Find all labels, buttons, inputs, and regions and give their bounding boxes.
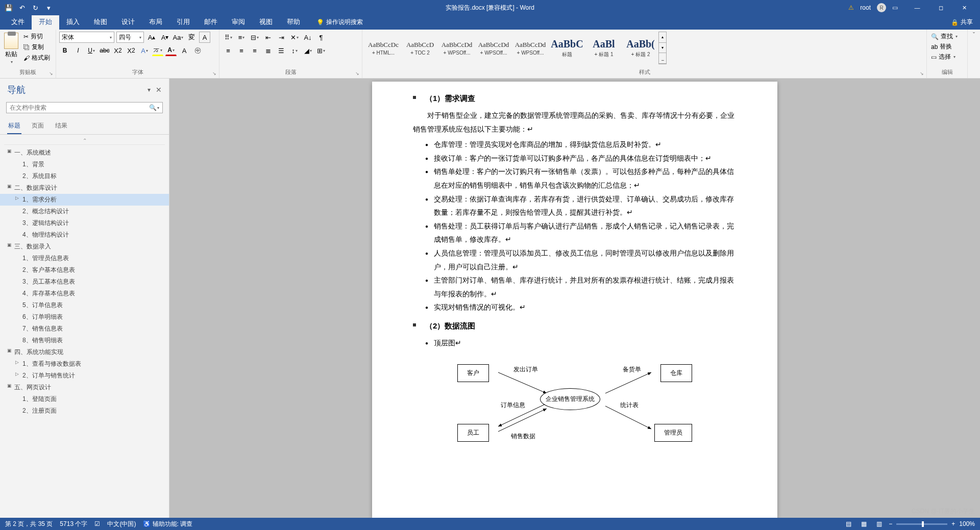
gallery-down-button[interactable]: ▾ bbox=[659, 43, 666, 54]
tree-item[interactable]: 6、订单明细表 bbox=[0, 311, 169, 323]
tree-item[interactable]: 2、系统目标 bbox=[0, 170, 169, 182]
bold-button[interactable]: B bbox=[59, 45, 70, 56]
shrink-font-button[interactable]: A▾ bbox=[159, 32, 170, 43]
tell-me-search[interactable]: 💡 操作说明搜索 bbox=[311, 15, 368, 30]
paste-button[interactable]: 粘贴▾ bbox=[3, 32, 19, 65]
tree-item[interactable]: ▷1、需求分析 bbox=[0, 194, 169, 206]
user-avatar[interactable]: R bbox=[877, 3, 886, 12]
numbering-button[interactable]: ≡▾ bbox=[236, 32, 247, 43]
tab-mailings[interactable]: 邮件 bbox=[197, 14, 225, 30]
style-item[interactable]: AaBl+ 标题 1 bbox=[586, 32, 622, 64]
replace-button[interactable]: ab替换 bbox=[930, 42, 964, 52]
shading-button[interactable]: ◢▾ bbox=[302, 45, 313, 56]
superscript-button[interactable]: X2 bbox=[126, 45, 137, 56]
tab-help[interactable]: 帮助 bbox=[280, 14, 307, 30]
style-item[interactable]: AaBbC标题 bbox=[549, 32, 585, 64]
font-size-select[interactable]: 四号▾ bbox=[116, 32, 144, 43]
spellcheck-icon[interactable]: ☑ bbox=[94, 520, 100, 527]
format-painter-button[interactable]: 🖌格式刷 bbox=[22, 53, 51, 63]
zoom-slider[interactable] bbox=[896, 523, 947, 525]
tree-item[interactable]: 3、逻辑结构设计 bbox=[0, 217, 169, 229]
tab-file[interactable]: 文件 bbox=[4, 14, 32, 30]
zoom-level[interactable]: 100% bbox=[959, 520, 975, 527]
show-marks-button[interactable]: ¶ bbox=[315, 32, 327, 43]
style-item[interactable]: AaBb(+ 标题 2 bbox=[623, 32, 658, 64]
redo-icon[interactable]: ↻ bbox=[32, 4, 39, 11]
find-button[interactable]: 🔍查找▾ bbox=[930, 32, 964, 41]
tree-item[interactable]: ▣四、系统功能实现 bbox=[0, 346, 169, 358]
enclose-char-button[interactable]: ㊥ bbox=[192, 45, 203, 56]
tree-item[interactable]: 2、概念结构设计 bbox=[0, 206, 169, 217]
font-name-select[interactable]: 宋体▾ bbox=[59, 32, 114, 43]
save-icon[interactable]: 💾 bbox=[5, 4, 12, 11]
view-web-button[interactable]: ▥ bbox=[873, 519, 885, 528]
change-case-button[interactable]: Aa▾ bbox=[173, 32, 184, 43]
asian-layout-button[interactable]: ✕▾ bbox=[289, 32, 300, 43]
select-button[interactable]: ▭选择▾ bbox=[930, 52, 964, 62]
zoom-out-button[interactable]: − bbox=[889, 520, 892, 527]
tab-view[interactable]: 视图 bbox=[252, 14, 280, 30]
view-focus-button[interactable]: ▤ bbox=[843, 519, 854, 528]
nav-search-box[interactable]: 🔍▾ bbox=[6, 102, 163, 113]
subscript-button[interactable]: X2 bbox=[112, 45, 124, 56]
bullets-button[interactable]: ⠿▾ bbox=[223, 32, 234, 43]
style-item[interactable]: AaBbCcDc+ HTML... bbox=[365, 32, 401, 64]
maximize-button[interactable]: ◻ bbox=[929, 0, 952, 15]
nav-tab-pages[interactable]: 页面 bbox=[31, 119, 45, 134]
tree-item[interactable]: ▷1、查看与修改数据表 bbox=[0, 358, 169, 370]
user-name[interactable]: root bbox=[860, 4, 871, 11]
underline-button[interactable]: U▾ bbox=[86, 45, 97, 56]
tree-item[interactable]: ▷2、订单与销售统计 bbox=[0, 370, 169, 382]
tree-item[interactable]: 1、登陆页面 bbox=[0, 393, 169, 405]
style-item[interactable]: AaBbCcD+ TOC 2 bbox=[402, 32, 438, 64]
multilevel-button[interactable]: ⊟▾ bbox=[249, 32, 260, 43]
align-left-button[interactable]: ≡ bbox=[223, 45, 234, 56]
tree-item[interactable]: ▣一、系统概述 bbox=[0, 147, 169, 159]
phonetic-button[interactable]: 変 bbox=[186, 32, 197, 43]
tree-item[interactable]: 4、物理结构设计 bbox=[0, 229, 169, 241]
tree-item[interactable]: 4、库存基本信息表 bbox=[0, 288, 169, 299]
strike-button[interactable]: abc bbox=[99, 45, 110, 56]
tree-item[interactable]: ▣三、数据录入 bbox=[0, 241, 169, 253]
para-launcher[interactable]: ↘ bbox=[354, 70, 361, 77]
tree-item[interactable]: ▣五、网页设计 bbox=[0, 382, 169, 393]
copy-button[interactable]: ⿻复制 bbox=[22, 42, 51, 52]
decrease-indent-button[interactable]: ⇤ bbox=[262, 32, 274, 43]
style-item[interactable]: AaBbCcDd+ WPSOff... bbox=[512, 32, 548, 64]
text-effects-button[interactable]: A▾ bbox=[139, 45, 150, 56]
borders-button[interactable]: ⊞▾ bbox=[315, 45, 327, 56]
tree-item[interactable]: 2、注册页面 bbox=[0, 405, 169, 417]
char-border-button[interactable]: A bbox=[199, 32, 210, 43]
tree-item[interactable]: 1、背景 bbox=[0, 159, 169, 170]
tree-item[interactable]: 5、订单信息表 bbox=[0, 299, 169, 311]
nav-close-button[interactable]: ✕ bbox=[156, 86, 162, 94]
word-count[interactable]: 5713 个字 bbox=[60, 520, 87, 528]
tree-collapse-toggle[interactable]: ⌃ bbox=[4, 137, 165, 145]
clipboard-launcher[interactable]: ↘ bbox=[47, 70, 55, 77]
distributed-button[interactable]: ☰ bbox=[276, 45, 287, 56]
justify-button[interactable]: ≣ bbox=[262, 45, 274, 56]
font-launcher[interactable]: ↘ bbox=[211, 70, 218, 77]
style-item[interactable]: AaBbCcDd+ WPSOff... bbox=[439, 32, 475, 64]
nav-search-input[interactable] bbox=[10, 104, 149, 111]
tree-item[interactable]: 7、销售信息表 bbox=[0, 323, 169, 335]
styles-launcher[interactable]: ↘ bbox=[918, 70, 925, 77]
sort-button[interactable]: A↓ bbox=[302, 32, 313, 43]
tree-item[interactable]: ▣二、数据库设计 bbox=[0, 182, 169, 194]
gallery-more-button[interactable]: ⎯ bbox=[659, 53, 666, 64]
accessibility-indicator[interactable]: ♿ 辅助功能: 调查 bbox=[143, 520, 192, 528]
line-spacing-button[interactable]: ↕▾ bbox=[289, 45, 300, 56]
gallery-up-button[interactable]: ▴ bbox=[659, 32, 666, 43]
zoom-in-button[interactable]: + bbox=[951, 520, 955, 527]
nav-dropdown-icon[interactable]: ▾ bbox=[148, 86, 151, 93]
font-color-button[interactable]: A▾ bbox=[165, 45, 177, 56]
document-area[interactable]: （1）需求调查 对于销售型企业，建立完备的数据管理系统管理商品的采购、售卖、库存… bbox=[169, 79, 980, 518]
view-print-button[interactable]: ▦ bbox=[858, 519, 869, 528]
char-shading-button[interactable]: A bbox=[179, 45, 190, 56]
nav-tab-headings[interactable]: 标题 bbox=[7, 119, 21, 134]
align-right-button[interactable]: ≡ bbox=[249, 45, 260, 56]
page-indicator[interactable]: 第 2 页，共 35 页 bbox=[5, 520, 53, 528]
tab-insert[interactable]: 插入 bbox=[59, 14, 87, 30]
highlight-button[interactable]: ꯍ▾ bbox=[152, 45, 163, 56]
tree-item[interactable]: 8、销售明细表 bbox=[0, 335, 169, 346]
